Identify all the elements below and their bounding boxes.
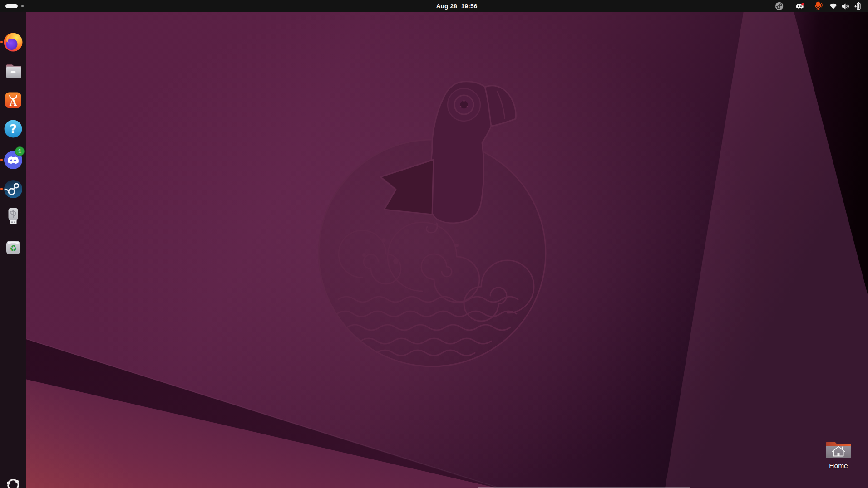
steam-tray-button[interactable] [775,0,784,12]
top-panel: Aug 28 19:56 [0,0,868,12]
help-icon: ? [3,118,24,139]
app-center-icon: A [3,90,24,111]
desktop-icon-home[interactable]: Home [816,438,861,470]
volume-icon [841,2,850,10]
active-workspace-pill [5,4,18,8]
battery-indicator[interactable] [854,0,863,12]
dock-item-files[interactable] [3,61,24,82]
discord-unread-badge: 1 [15,146,25,156]
dock-item-discord[interactable]: 1 [3,150,24,171]
steam-tray-icon [775,2,784,10]
firefox-running-dot [0,41,3,43]
wallpaper[interactable] [0,0,868,488]
clock-time: 19:56 [461,3,478,10]
dock-item-firefox[interactable] [3,32,24,53]
discord-tray-button[interactable] [795,0,804,12]
home-folder-icon [824,438,853,460]
wifi-icon [829,2,838,10]
svg-text:♻: ♻ [10,244,17,253]
wifi-indicator[interactable] [829,0,838,12]
system-tray [775,0,863,12]
inactive-workspace-dot [21,5,24,7]
usb-drive-icon [3,206,24,227]
firefox-icon [3,32,24,53]
files-icon [3,61,24,82]
volume-indicator[interactable] [841,0,850,12]
discord-tray-icon [795,3,804,10]
dock: A ? [0,12,26,488]
dock-item-trash[interactable]: ♻ [3,236,24,257]
dock-item-steam[interactable] [3,179,24,200]
home-folder-label: Home [829,462,848,470]
microphone-indicator[interactable] [814,0,824,12]
ubuntu-desktop: Home [0,0,868,488]
clock-date: Aug 28 [436,3,457,10]
svg-text:?: ? [10,122,17,136]
clock-button[interactable]: Aug 28 19:56 [436,0,478,12]
trash-icon: ♻ [3,236,24,257]
dock-separator [5,145,21,145]
steam-running-dot [0,188,3,190]
dock-item-help[interactable]: ? [3,118,24,139]
steam-icon [3,179,24,200]
dock-item-usb-drive[interactable] [3,206,24,227]
battery-charging-icon [854,2,863,11]
microphone-active-icon [814,1,824,11]
discord-running-dot [0,159,3,161]
discord-unread-dot [801,3,804,5]
ubuntu-logo-icon [5,477,21,488]
activities-button[interactable] [3,0,26,12]
svg-text:A: A [10,97,17,108]
dock-item-app-center[interactable]: A [3,90,24,111]
show-apps-button[interactable] [5,477,21,488]
wallpaper-bottom-highlight [478,487,690,488]
